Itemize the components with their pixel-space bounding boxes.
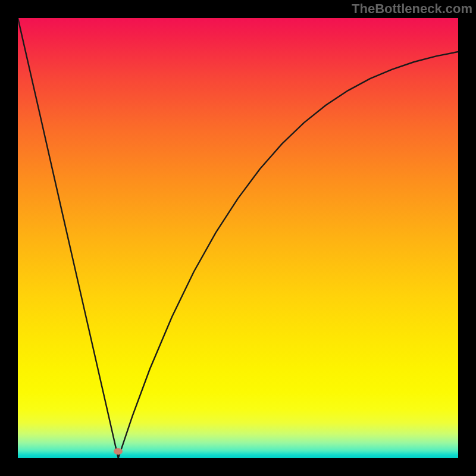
- watermark-text: TheBottleneck.com: [352, 1, 472, 17]
- plot-area: [18, 18, 458, 458]
- bottleneck-curve: [18, 18, 458, 458]
- chart-frame: TheBottleneck.com: [0, 0, 476, 476]
